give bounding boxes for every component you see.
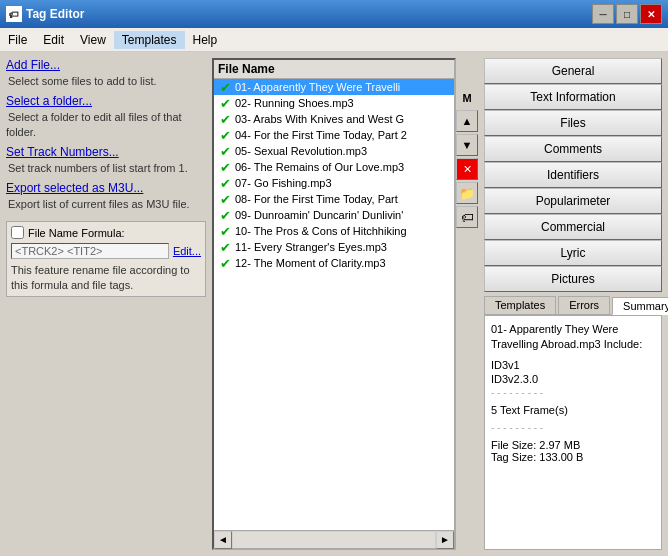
menu-edit[interactable]: Edit: [35, 31, 72, 49]
select-folder-link[interactable]: Select a folder...: [6, 94, 206, 108]
window-title: Tag Editor: [26, 7, 592, 21]
tab-templates[interactable]: Templates: [484, 296, 556, 314]
tab-content-summary: 01- Apparently They Were Travelling Abro…: [484, 315, 662, 550]
filename-formula-box: File Name Formula: Edit... This feature …: [6, 221, 206, 297]
left-panel: Add File... Select some files to add to …: [6, 58, 206, 550]
file-name: 02- Running Shoes.mp3: [235, 97, 354, 109]
check-icon: ✔: [218, 128, 232, 142]
right-panel-button-text-information[interactable]: Text Information: [484, 84, 662, 110]
menu-help[interactable]: Help: [185, 31, 226, 49]
tab-errors[interactable]: Errors: [558, 296, 610, 314]
summary-tagsize: Tag Size: 133.00 B: [491, 451, 655, 463]
menu-view[interactable]: View: [72, 31, 114, 49]
bottom-right-panel: Templates Errors Summary 01- Apparently …: [484, 296, 662, 550]
file-item[interactable]: ✔11- Every Stranger's Eyes.mp3: [214, 239, 454, 255]
horizontal-scrollbar[interactable]: ◄ ►: [214, 530, 454, 548]
file-name: 11- Every Stranger's Eyes.mp3: [235, 241, 387, 253]
select-folder-desc: Select a folder to edit all files of tha…: [6, 111, 182, 137]
formula-edit-link[interactable]: Edit...: [173, 245, 201, 257]
file-name: 06- The Remains of Our Love.mp3: [235, 161, 404, 173]
file-item[interactable]: ✔02- Running Shoes.mp3: [214, 95, 454, 111]
export-desc: Export list of current files as M3U file…: [6, 198, 190, 210]
check-icon: ✔: [218, 176, 232, 190]
check-icon: ✔: [218, 80, 232, 94]
file-name: 08- For the First Time Today, Part: [235, 193, 398, 205]
summary-tag1: ID3v1: [491, 359, 655, 371]
file-item[interactable]: ✔07- Go Fishing.mp3: [214, 175, 454, 191]
right-panel-button-files[interactable]: Files: [484, 110, 662, 136]
right-panel-button-pictures[interactable]: Pictures: [484, 266, 662, 292]
file-name: 09- Dunroamin' Duncarin' Dunlivin': [235, 209, 403, 221]
tabs-row: Templates Errors Summary: [484, 296, 662, 315]
file-name: 05- Sexual Revolution.mp3: [235, 145, 367, 157]
file-name: 12- The Moment of Clarity.mp3: [235, 257, 386, 269]
file-list-panel: File Name ✔01- Apparently They Were Trav…: [212, 58, 456, 550]
file-item[interactable]: ✔04- For the First Time Today, Part 2: [214, 127, 454, 143]
minimize-button[interactable]: ─: [592, 4, 614, 24]
move-up-button[interactable]: ▲: [456, 110, 478, 132]
scroll-left-btn[interactable]: ◄: [214, 531, 232, 549]
file-item[interactable]: ✔01- Apparently They Were Travelli: [214, 79, 454, 95]
add-file-link[interactable]: Add File...: [6, 58, 206, 72]
select-folder-action: Select a folder... Select a folder to ed…: [6, 94, 206, 139]
formula-checkbox[interactable]: [11, 226, 24, 239]
export-link[interactable]: Export selected as M3U...: [6, 181, 206, 195]
file-item[interactable]: ✔05- Sexual Revolution.mp3: [214, 143, 454, 159]
title-bar: 🏷 Tag Editor ─ □ ✕: [0, 0, 668, 28]
add-file-desc: Select some files to add to list.: [6, 75, 157, 87]
menu-file[interactable]: File: [0, 31, 35, 49]
mid-wrapper: File Name ✔01- Apparently They Were Trav…: [212, 58, 478, 550]
right-panel-button-commercial[interactable]: Commercial: [484, 214, 662, 240]
formula-label-row: File Name Formula:: [11, 226, 201, 239]
right-panel-button-comments[interactable]: Comments: [484, 136, 662, 162]
check-icon: ✔: [218, 192, 232, 206]
formula-input[interactable]: [11, 243, 169, 259]
file-item[interactable]: ✔03- Arabs With Knives and West G: [214, 111, 454, 127]
formula-desc: This feature rename file according to th…: [11, 264, 190, 290]
tag-button[interactable]: 🏷: [456, 206, 478, 228]
file-name: 01- Apparently They Were Travelli: [235, 81, 400, 93]
right-panel-button-identifiers[interactable]: Identifiers: [484, 162, 662, 188]
set-track-desc: Set track numbers of list start from 1.: [6, 162, 188, 174]
close-button[interactable]: ✕: [640, 4, 662, 24]
move-down-button[interactable]: ▼: [456, 134, 478, 156]
check-icon: ✔: [218, 96, 232, 110]
file-list-header: File Name: [214, 60, 454, 79]
main-content: Add File... Select some files to add to …: [0, 52, 668, 556]
scroll-right-btn[interactable]: ►: [436, 531, 454, 549]
tab-summary[interactable]: Summary: [612, 297, 668, 315]
check-icon: ✔: [218, 160, 232, 174]
summary-dashes1: - - - - - - - - -: [491, 387, 655, 398]
file-item[interactable]: ✔12- The Moment of Clarity.mp3: [214, 255, 454, 271]
app-icon: 🏷: [6, 6, 22, 22]
file-item[interactable]: ✔08- For the First Time Today, Part: [214, 191, 454, 207]
file-name: 07- Go Fishing.mp3: [235, 177, 332, 189]
summary-tag2: ID3v2.3.0: [491, 373, 655, 385]
window-controls: ─ □ ✕: [592, 4, 662, 24]
export-action: Export selected as M3U... Export list of…: [6, 181, 206, 211]
file-name-column-header: File Name: [218, 62, 275, 76]
file-name: 10- The Pros & Cons of Hitchhiking: [235, 225, 407, 237]
set-track-link[interactable]: Set Track Numbers...: [6, 145, 206, 159]
check-icon: ✔: [218, 224, 232, 238]
file-item[interactable]: ✔06- The Remains of Our Love.mp3: [214, 159, 454, 175]
check-icon: ✔: [218, 256, 232, 270]
file-list-body[interactable]: ✔01- Apparently They Were Travelli✔02- R…: [214, 79, 454, 530]
right-panel-button-popularimeter[interactable]: Popularimeter: [484, 188, 662, 214]
summary-filesize: File Size: 2.97 MB: [491, 439, 655, 451]
delete-button[interactable]: ✕: [456, 158, 478, 180]
add-file-action: Add File... Select some files to add to …: [6, 58, 206, 88]
formula-input-row: Edit...: [11, 243, 201, 259]
right-panel-button-lyric[interactable]: Lyric: [484, 240, 662, 266]
file-item[interactable]: ✔09- Dunroamin' Duncarin' Dunlivin': [214, 207, 454, 223]
file-item[interactable]: ✔10- The Pros & Cons of Hitchhiking: [214, 223, 454, 239]
folder-button[interactable]: 📁: [456, 182, 478, 204]
right-panel-button-general[interactable]: General: [484, 58, 662, 84]
formula-label-text: File Name Formula:: [28, 227, 125, 239]
menu-templates[interactable]: Templates: [114, 31, 185, 49]
maximize-button[interactable]: □: [616, 4, 638, 24]
hscroll-thumb[interactable]: [233, 532, 435, 548]
right-panel: GeneralText InformationFilesCommentsIden…: [484, 58, 662, 550]
check-icon: ✔: [218, 112, 232, 126]
m-label: M: [462, 88, 471, 108]
